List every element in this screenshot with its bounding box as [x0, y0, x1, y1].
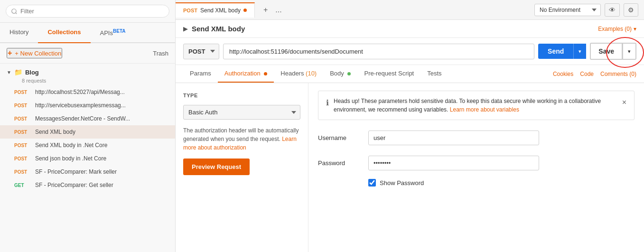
send-dropdown-button[interactable]: ▾ [573, 44, 586, 59]
more-tabs-button[interactable]: ... [272, 4, 284, 16]
page-title: Send XML body [192, 25, 245, 33]
new-collection-button[interactable]: + + New Collection [7, 48, 62, 58]
tab-params[interactable]: Params [183, 65, 218, 83]
search-input[interactable] [6, 5, 169, 18]
code-link[interactable]: Code [580, 71, 594, 77]
auth-right-panel: ℹ Heads up! These parameters hold sensit… [308, 83, 644, 252]
request-name: http://localhost:52027/api/Messag... [35, 89, 125, 95]
save-dropdown-button[interactable]: ▾ [623, 43, 636, 60]
send-button[interactable]: Send [538, 44, 573, 59]
sidebar-item-history[interactable]: History [0, 23, 38, 43]
request-name: Send XML body in .Net Core [35, 142, 107, 149]
type-label: TYPE [183, 93, 300, 98]
request-name: Send json body in .Net Core [35, 155, 106, 162]
active-request-tab[interactable]: POST Send XML body [176, 2, 255, 18]
save-button-group: Save ▾ [590, 43, 636, 60]
method-select[interactable]: POST [183, 44, 219, 59]
show-password-checkbox[interactable] [368, 179, 376, 187]
show-password-row: Show Password [368, 179, 635, 187]
method-badge: GET [14, 183, 31, 188]
password-label: Password [318, 159, 361, 167]
list-item[interactable]: POST Send XML body in .Net Core [0, 139, 175, 152]
examples-button[interactable]: Examples (0) ▾ [598, 26, 636, 32]
info-icon: ℹ [326, 97, 329, 109]
list-item[interactable]: GET SF - PriceComparer: Get seller [0, 178, 175, 192]
eye-icon-button[interactable]: 👁 [605, 3, 620, 17]
new-collection-bar: + + New Collection Trash [0, 43, 175, 64]
list-item[interactable]: POST SF - PriceComparer: Mark seller [0, 165, 175, 178]
add-tab-button[interactable]: + [261, 4, 271, 16]
username-row: Username [318, 131, 635, 145]
cookies-link[interactable]: Cookies [553, 71, 573, 77]
request-name: SF - PriceComparer: Mark seller [35, 168, 117, 175]
tab-bar-actions: + ... [255, 4, 290, 16]
auth-type-select[interactable]: Basic Auth [183, 105, 300, 120]
tab-right-links: Cookies Code Comments (0) [553, 71, 636, 77]
tab-authorization[interactable]: Authorization [218, 65, 274, 83]
password-input[interactable] [368, 156, 539, 170]
auth-content: TYPE Basic Auth The authorization header… [176, 83, 644, 252]
main-panel: POST Send XML body + ... No Environment … [176, 0, 644, 252]
chevron-down-icon: ▾ [634, 26, 636, 32]
tab-name-label: Send XML body [200, 7, 241, 14]
body-dot [347, 72, 351, 75]
info-banner: ℹ Heads up! These parameters hold sensit… [318, 91, 635, 120]
list-item[interactable]: POST MessagesSender.NetCore - SendW... [0, 112, 175, 125]
method-badge: POST [14, 156, 31, 161]
method-badge: POST [14, 130, 31, 135]
tab-headers[interactable]: Headers (10) [274, 65, 323, 83]
request-name: Send XML body [35, 129, 75, 135]
unsaved-dot [243, 9, 247, 12]
tab-pre-request[interactable]: Pre-request Script [357, 65, 420, 83]
collection-header[interactable]: ▼ 📁 Blog [0, 64, 175, 78]
username-input[interactable] [368, 131, 539, 145]
method-badge: POST [14, 90, 31, 95]
password-row: Password [318, 156, 635, 170]
environment-select[interactable]: No Environment [534, 4, 601, 16]
auth-left-panel: TYPE Basic Auth The authorization header… [176, 83, 308, 252]
authorization-dot [264, 72, 267, 75]
request-name: http://servicebusexamplesmessag... [35, 102, 126, 109]
collection-list: ▼ 📁 Blog 8 requests POST http://localhos… [0, 64, 175, 252]
url-input[interactable] [223, 44, 534, 59]
request-name: SF - PriceComparer: Get seller [35, 182, 113, 188]
sidebar-item-apis[interactable]: APIsBETA [91, 23, 135, 43]
auth-description: The authorization header will be automat… [183, 126, 300, 152]
list-item[interactable]: POST Send json body in .Net Core [0, 152, 175, 165]
tab-method-label: POST [183, 8, 197, 13]
tab-bar: POST Send XML body + ... No Environment … [176, 0, 644, 20]
show-password-label: Show Password [380, 179, 424, 187]
method-badge: POST [14, 143, 31, 148]
preview-request-button[interactable]: Preview Request [183, 159, 250, 175]
sidebar: History Collections APIsBETA + + New Col… [0, 0, 176, 252]
request-name: MessagesSender.NetCore - SendW... [35, 115, 130, 122]
send-button-group: Send ▾ [538, 44, 586, 59]
request-title-bar: ▶ Send XML body Examples (0) ▾ [176, 20, 644, 38]
expand-arrow-icon[interactable]: ▶ [183, 25, 188, 32]
collection-meta: 8 requests [0, 78, 175, 84]
tab-bar-right: No Environment 👁 ⚙ [534, 3, 644, 17]
request-tabs-bar: Params Authorization Headers (10) Body P… [176, 65, 644, 83]
list-item[interactable]: POST http://servicebusexamplesmessag... [0, 99, 175, 112]
trash-button[interactable]: Trash [153, 50, 168, 57]
save-button[interactable]: Save [590, 43, 623, 60]
learn-variables-link[interactable]: Learn more about variables [450, 106, 519, 113]
collection-name: Blog [25, 69, 39, 76]
sidebar-search-area [0, 0, 175, 23]
username-label: Username [318, 134, 361, 141]
settings-icon-button[interactable]: ⚙ [624, 3, 638, 17]
list-item[interactable]: POST http://localhost:52027/api/Messag..… [0, 85, 175, 99]
method-badge: POST [14, 116, 31, 121]
close-icon[interactable]: × [622, 97, 626, 108]
method-badge: POST [14, 169, 31, 175]
tab-tests[interactable]: Tests [420, 65, 448, 83]
tab-body[interactable]: Body [323, 65, 357, 83]
method-badge: POST [14, 103, 31, 108]
chevron-down-icon: ▼ [7, 70, 11, 75]
comments-link[interactable]: Comments (0) [600, 71, 636, 77]
folder-icon: 📁 [14, 68, 22, 76]
sidebar-item-collections[interactable]: Collections [38, 23, 90, 43]
url-bar: POST Send ▾ Save ▾ [176, 38, 644, 65]
list-item-active[interactable]: POST Send XML body [0, 125, 175, 139]
sidebar-tabs: History Collections APIsBETA [0, 23, 175, 43]
